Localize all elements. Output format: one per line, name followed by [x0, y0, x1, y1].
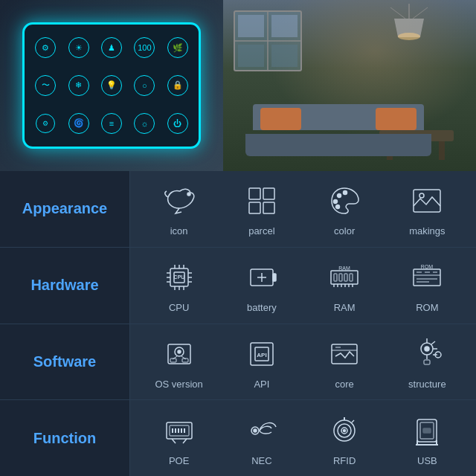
function-usb-item: USB — [392, 411, 463, 466]
hardware-battery-item: battery — [226, 257, 297, 313]
hardware-rom-label: ROM — [416, 302, 438, 313]
software-items: OS version API API — [130, 324, 476, 400]
svg-point-16 — [187, 193, 190, 196]
svg-rect-20 — [263, 202, 274, 213]
svg-rect-18 — [263, 188, 274, 199]
appearance-label: Appearance — [0, 171, 130, 247]
ti-1: ⚙ — [30, 30, 60, 65]
function-usb-label: USB — [417, 455, 437, 466]
ti-5: 🌿 — [163, 30, 193, 65]
rfid-icon — [324, 411, 364, 451]
appearance-items: icon parcel — [130, 171, 476, 247]
function-nec-label: NEC — [251, 455, 271, 466]
ti-8: 💡 — [97, 68, 126, 103]
hardware-rom-item: ROM ROM — [392, 257, 463, 313]
hardware-battery-label: battery — [247, 302, 277, 313]
svg-line-3 — [413, 7, 428, 19]
svg-rect-15 — [439, 141, 445, 160]
function-rfid-item: RFID — [309, 411, 380, 466]
structure-icon — [407, 334, 447, 374]
image-icon — [407, 181, 447, 221]
svg-line-104 — [352, 420, 354, 422]
svg-point-21 — [338, 194, 341, 198]
svg-point-24 — [336, 205, 340, 209]
svg-rect-11 — [238, 45, 264, 67]
function-nec-item: NEC — [226, 411, 297, 466]
hardware-row: Hardware — [0, 248, 476, 324]
ti-12: 🌀 — [63, 106, 93, 141]
tablet-display-area: ⚙ ☀ ♟ 100 🌿 〜 ❄ 💡 — [0, 0, 223, 171]
appearance-icon-item: icon — [144, 181, 214, 237]
appearance-makings-item: makings — [392, 181, 463, 237]
svg-point-4 — [398, 33, 420, 40]
appearance-makings-label: makings — [409, 225, 445, 237]
ti-11: ⚙ — [30, 106, 60, 141]
function-items: POE NEC — [130, 400, 476, 476]
ceiling-lamp-decor — [379, 4, 439, 48]
svg-point-80 — [425, 347, 429, 351]
room-background — [223, 0, 476, 171]
svg-point-68 — [178, 350, 181, 353]
ti-9: ○ — [129, 68, 159, 103]
appearance-parcel-label: parcel — [248, 225, 274, 237]
software-structure-label: structure — [408, 379, 446, 390]
battery-icon — [242, 257, 282, 298]
function-rfid-label: RFID — [333, 455, 356, 466]
svg-rect-50 — [350, 274, 353, 281]
sofa-pillow-right — [376, 108, 416, 130]
svg-text:API: API — [257, 352, 266, 358]
ti-10: 🔒 — [163, 68, 193, 103]
hardware-ram-label: RAM — [334, 302, 356, 313]
svg-rect-12 — [271, 45, 298, 67]
svg-rect-47 — [334, 274, 337, 281]
tablet-frame: ⚙ ☀ ♟ 100 🌿 〜 ❄ 💡 — [22, 22, 201, 149]
svg-point-102 — [344, 429, 346, 431]
appearance-color-label: color — [334, 225, 355, 237]
svg-text:RAM: RAM — [338, 266, 350, 271]
software-os-label: OS version — [155, 379, 202, 390]
function-label: Function — [0, 400, 130, 476]
hardware-items: CPU CPU battery — [130, 248, 476, 324]
software-api-label: API — [254, 379, 269, 390]
bird-icon — [159, 181, 199, 221]
svg-line-96 — [183, 439, 187, 443]
software-core-label: core — [335, 379, 353, 390]
api-icon: API — [242, 334, 282, 374]
room-display-area — [223, 0, 476, 171]
svg-point-22 — [344, 191, 347, 195]
svg-point-23 — [334, 200, 338, 204]
sofa-decor — [245, 104, 431, 156]
svg-text:ROM: ROM — [421, 264, 434, 269]
svg-text:CPU: CPU — [173, 274, 184, 280]
hardware-cpu-item: CPU CPU — [144, 257, 214, 313]
ti-13: ≡ — [97, 106, 126, 141]
software-structure-item: structure — [392, 334, 463, 390]
software-core-item: core — [309, 334, 380, 390]
svg-rect-9 — [238, 15, 264, 37]
ti-3: ♟ — [97, 30, 126, 65]
grid-icon — [242, 181, 282, 221]
appearance-row: Appearance icon — [0, 171, 476, 248]
cpu-icon: CPU — [159, 257, 199, 298]
svg-rect-17 — [249, 188, 260, 199]
svg-point-98 — [254, 429, 257, 432]
svg-rect-87 — [424, 360, 430, 364]
window-decor — [231, 7, 305, 74]
svg-line-2 — [390, 7, 405, 19]
sofa-seat — [245, 134, 431, 156]
sofa-pillow-left — [260, 108, 301, 130]
software-os-item: OS version — [144, 334, 214, 390]
ti-7: ❄ — [63, 68, 93, 103]
software-api-item: API API — [226, 334, 297, 390]
nec-icon — [242, 411, 282, 451]
os-icon — [159, 334, 199, 374]
svg-rect-19 — [249, 202, 260, 213]
svg-rect-43 — [273, 274, 276, 281]
top-hero-section: ⚙ ☀ ♟ 100 🌿 〜 ❄ 💡 — [0, 0, 476, 171]
usb-icon — [407, 411, 447, 451]
rom-icon: ROM — [407, 257, 447, 298]
software-label: Software — [0, 324, 130, 400]
function-row: Function PO — [0, 400, 476, 476]
svg-point-26 — [419, 193, 424, 198]
svg-rect-107 — [423, 428, 431, 433]
